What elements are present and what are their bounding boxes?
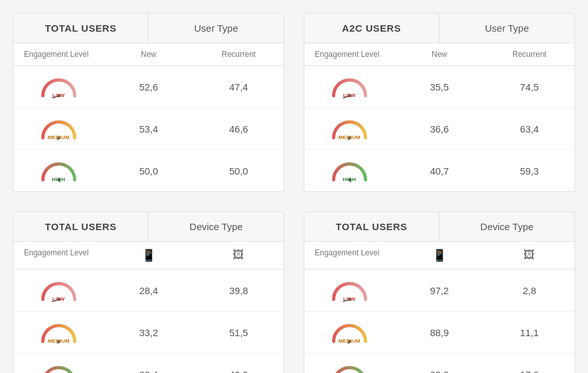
card-right-header: User Type bbox=[149, 14, 284, 43]
gauge-cell: HIGH bbox=[304, 357, 394, 373]
gauge-wrap: HIGH bbox=[329, 363, 370, 373]
gauge-level-label: LOW bbox=[329, 92, 370, 98]
data-row-0: LOW97,22,8 bbox=[304, 270, 574, 312]
value-col3: 46,0 bbox=[194, 369, 284, 374]
col-label-engagement: Engagement Level bbox=[304, 47, 394, 61]
col-label-col2: New bbox=[394, 47, 484, 61]
value-col3: 63,4 bbox=[485, 123, 574, 134]
value-col2: 88,9 bbox=[394, 327, 484, 338]
gauge-wrap: MEDIUM bbox=[38, 321, 79, 344]
gauge-cell: HIGH bbox=[14, 357, 103, 373]
value-col3: 17,0 bbox=[485, 369, 574, 374]
value-col2: 28,4 bbox=[103, 285, 193, 296]
value-col3: 50,0 bbox=[194, 165, 284, 176]
card-3: TOTAL USERSDevice TypeEngagement Level📱🖼… bbox=[13, 211, 284, 373]
data-row-1: MEDIUM36,663,4 bbox=[304, 108, 574, 150]
data-row-0: LOW35,574,5 bbox=[304, 66, 574, 108]
gauge-cell: LOW bbox=[14, 273, 103, 307]
col-label-engagement: Engagement Level bbox=[14, 47, 103, 61]
value-col3: 39,8 bbox=[194, 285, 284, 296]
value-col2: 97,2 bbox=[394, 285, 484, 296]
col-label-col2: 📱 bbox=[103, 246, 193, 265]
gauge-cell: MEDIUM bbox=[14, 315, 103, 349]
desktop-icon: 🖼 bbox=[233, 248, 244, 261]
main-grid: TOTAL USERSUser TypeEngagement LevelNewR… bbox=[13, 13, 575, 373]
col-label-engagement: Engagement Level bbox=[14, 246, 103, 265]
gauge-wrap: MEDIUM bbox=[38, 117, 79, 140]
col-label-col3: 🖼 bbox=[485, 246, 574, 265]
card-right-header: Device Type bbox=[149, 212, 284, 241]
col-label-col3: Recurrent bbox=[194, 47, 284, 61]
data-row-1: MEDIUM88,911,1 bbox=[304, 312, 574, 354]
value-col2: 40,7 bbox=[394, 165, 484, 176]
col-label-col2: New bbox=[103, 47, 193, 61]
gauge-level-label: HIGH bbox=[38, 176, 79, 182]
gauge-cell: MEDIUM bbox=[14, 112, 103, 145]
card-1: TOTAL USERSUser TypeEngagement LevelNewR… bbox=[13, 13, 284, 192]
value-col2: 39,4 bbox=[103, 369, 193, 374]
data-row-0: LOW52,647,4 bbox=[14, 66, 284, 108]
col-label-col3: Recurrent bbox=[485, 47, 574, 61]
mobile-icon: 📱 bbox=[142, 249, 156, 262]
gauge-wrap: HIGH bbox=[329, 159, 370, 182]
value-col3: 11,1 bbox=[485, 327, 574, 338]
gauge-level-label: HIGH bbox=[329, 176, 370, 182]
gauge-wrap: LOW bbox=[329, 279, 370, 302]
card-header: TOTAL USERSUser Type bbox=[14, 14, 284, 43]
card-header: A2C USERSUser Type bbox=[304, 14, 574, 43]
value-col3: 59,3 bbox=[485, 165, 574, 176]
gauge-cell: LOW bbox=[304, 70, 394, 103]
gauge-level-label: MEDIUM bbox=[38, 134, 79, 140]
col-labels-row: Engagement Level📱🖼 bbox=[304, 242, 574, 270]
desktop-icon: 🖼 bbox=[523, 248, 535, 261]
card-header: TOTAL USERSDevice Type bbox=[14, 212, 284, 242]
card-left-header: A2C USERS bbox=[304, 14, 439, 43]
gauge-wrap: MEDIUM bbox=[329, 117, 370, 140]
gauge-wrap: HIGH bbox=[38, 159, 79, 182]
value-col2: 36,6 bbox=[394, 123, 484, 134]
gauge-cell: HIGH bbox=[14, 154, 103, 187]
gauge-level-label: MEDIUM bbox=[329, 338, 370, 344]
gauge-level-label: MEDIUM bbox=[38, 338, 79, 344]
data-row-2: HIGH40,759,3 bbox=[304, 150, 574, 191]
data-row-1: MEDIUM53,446,6 bbox=[14, 108, 284, 150]
value-col2: 53,4 bbox=[103, 123, 193, 134]
data-row-0: LOW28,439,8 bbox=[14, 270, 284, 312]
gauge-wrap: HIGH bbox=[38, 363, 79, 373]
value-col3: 47,4 bbox=[194, 81, 284, 92]
value-col2: 33,2 bbox=[103, 327, 193, 338]
card-right-header: Device Type bbox=[439, 212, 574, 241]
col-label-col3: 🖼 bbox=[194, 246, 284, 265]
mobile-icon: 📱 bbox=[432, 249, 446, 262]
col-labels-row: Engagement Level📱🖼 bbox=[14, 242, 284, 270]
card-2: A2C USERSUser TypeEngagement LevelNewRec… bbox=[304, 13, 575, 192]
data-row-2: HIGH50,050,0 bbox=[14, 150, 284, 191]
value-col3: 2,8 bbox=[485, 285, 574, 296]
card-left-header: TOTAL USERS bbox=[14, 212, 149, 241]
data-row-2: HIGH83,017,0 bbox=[304, 354, 574, 373]
gauge-cell: LOW bbox=[14, 70, 103, 103]
gauge-level-label: LOW bbox=[329, 296, 370, 302]
col-labels-row: Engagement LevelNewRecurrent bbox=[14, 43, 284, 66]
gauge-cell: MEDIUM bbox=[304, 112, 394, 145]
card-left-header: TOTAL USERS bbox=[14, 14, 149, 43]
gauge-wrap: LOW bbox=[38, 75, 79, 98]
gauge-cell: LOW bbox=[304, 273, 394, 307]
col-labels-row: Engagement LevelNewRecurrent bbox=[304, 43, 574, 66]
card-right-header: User Type bbox=[439, 14, 574, 43]
value-col3: 74,5 bbox=[485, 81, 574, 92]
gauge-level-label: LOW bbox=[38, 92, 79, 98]
gauge-level-label: MEDIUM bbox=[329, 134, 370, 140]
gauge-cell: MEDIUM bbox=[304, 315, 394, 349]
col-label-engagement: Engagement Level bbox=[304, 246, 394, 265]
value-col2: 52,6 bbox=[103, 81, 193, 92]
gauge-wrap: MEDIUM bbox=[329, 321, 370, 344]
value-col2: 83,0 bbox=[394, 369, 484, 374]
gauge-level-label: LOW bbox=[38, 296, 79, 302]
gauge-wrap: LOW bbox=[38, 279, 79, 302]
col-label-col2: 📱 bbox=[394, 246, 484, 265]
value-col3: 46,6 bbox=[194, 123, 284, 134]
value-col3: 51,5 bbox=[194, 327, 284, 338]
card-left-header: TOTAL USERS bbox=[304, 212, 439, 241]
value-col2: 35,5 bbox=[394, 81, 484, 92]
